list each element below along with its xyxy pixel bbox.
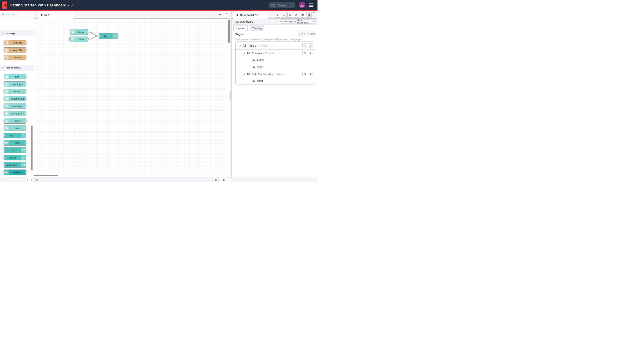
- book-icon: [282, 14, 285, 16]
- sidebar-menu-caret[interactable]: [313, 14, 315, 17]
- tree-row-widget-slider[interactable]: slider: [236, 64, 315, 70]
- output-port[interactable]: [25, 149, 27, 151]
- add-flow-button[interactable]: +: [218, 12, 223, 17]
- palette-canvas-divider[interactable]: [34, 11, 34, 182]
- search-icon: [36, 179, 39, 181]
- sidebar-resize-handle[interactable]: [230, 11, 232, 182]
- user-avatar[interactable]: jp: [299, 2, 305, 8]
- wire-button-to-chart[interactable]: [88, 32, 99, 36]
- tab-flow-1[interactable]: Flow 1: [38, 11, 75, 18]
- chevron-down-icon[interactable]: [243, 52, 245, 54]
- deploy-options-caret[interactable]: [289, 2, 295, 8]
- palette-node-radio-group[interactable]: radio group: [4, 111, 26, 116]
- external-link-icon: [313, 20, 315, 22]
- tree-row-widget-chart[interactable]: chart: [236, 78, 315, 84]
- wire-slider-to-chart[interactable]: [88, 36, 99, 39]
- palette-category-storage[interactable]: storage: [0, 30, 34, 36]
- zoom-reset-button[interactable]: [222, 178, 226, 182]
- palette-node-slider[interactable]: slider: [4, 118, 26, 124]
- palette-collapse-all-button[interactable]: [25, 178, 30, 182]
- tab-theming[interactable]: Theming: [250, 26, 264, 31]
- output-port[interactable]: [25, 90, 27, 92]
- text-cursor-icon: [4, 82, 9, 87]
- zoom-in-button[interactable]: [226, 178, 230, 182]
- help-tab-button[interactable]: [281, 12, 287, 18]
- add-page-button[interactable]: + Page: [307, 32, 315, 36]
- collapse-all-button[interactable]: [298, 32, 302, 36]
- output-port[interactable]: [25, 42, 27, 44]
- palette-node-watch[interactable]: watch: [4, 55, 26, 60]
- palette-node-form[interactable]: form: [4, 74, 26, 79]
- palette-node-write-file[interactable]: write file: [4, 40, 26, 45]
- debug-tab-button[interactable]: [287, 12, 293, 18]
- output-port[interactable]: [25, 49, 27, 51]
- chevron-down-icon[interactable]: [243, 73, 245, 75]
- lock-button[interactable]: [308, 51, 313, 55]
- palette-node-table[interactable]: table: [4, 140, 26, 146]
- output-port[interactable]: [25, 105, 27, 107]
- output-port[interactable]: [25, 120, 27, 122]
- palette-node-text-input[interactable]: text input: [4, 81, 26, 87]
- palette-node-dropdown[interactable]: dropdown: [4, 103, 26, 109]
- flow-list-button[interactable]: [225, 14, 227, 17]
- palette-node-button[interactable]: button: [4, 89, 26, 94]
- output-port[interactable]: [25, 171, 27, 173]
- flow-node-chart[interactable]: chart: [99, 33, 118, 39]
- expand-all-button[interactable]: [302, 32, 306, 36]
- palette-node-text[interactable]: A text: [4, 133, 26, 138]
- palette-node-gauge[interactable]: gauge: [4, 155, 26, 160]
- palette-category-dashboard-2[interactable]: dashboard 2: [0, 65, 34, 70]
- config-nodes-tab-button[interactable]: [294, 12, 299, 18]
- filter-nodes-input[interactable]: [5, 12, 30, 16]
- canvas-hscrollbar[interactable]: [34, 175, 58, 176]
- edit-settings-button[interactable]: Edit Settings: [280, 20, 296, 24]
- minimap-toggle-button[interactable]: [214, 178, 218, 182]
- context-data-tab-button[interactable]: [300, 12, 305, 18]
- main-menu-button[interactable]: [309, 4, 313, 7]
- gutter-thumb[interactable]: [230, 91, 231, 100]
- visibility-button[interactable]: [302, 72, 307, 76]
- output-port[interactable]: [87, 38, 89, 40]
- tree-row-page-1[interactable]: Page 1 2 Groups: [236, 42, 315, 50]
- flow-node-slider[interactable]: slider: [70, 36, 88, 42]
- open-dashboard-button[interactable]: Open Dashboard: [297, 20, 315, 24]
- tree-row-group-controls[interactable]: Controls 2 Widgets: [236, 50, 315, 56]
- visibility-button[interactable]: [302, 51, 307, 55]
- palette-node-button-group[interactable]: button group: [4, 96, 26, 102]
- output-port[interactable]: [25, 76, 27, 78]
- palette-search[interactable]: [0, 11, 34, 18]
- tree-row-widget-button[interactable]: button: [236, 56, 315, 64]
- output-port[interactable]: [25, 127, 27, 129]
- output-port[interactable]: [117, 35, 119, 37]
- deploy-button[interactable]: Deploy: [269, 2, 295, 8]
- output-port[interactable]: [25, 98, 27, 100]
- flow-canvas[interactable]: button slider chart: [34, 18, 230, 177]
- output-port[interactable]: [25, 142, 27, 144]
- visibility-button[interactable]: [302, 43, 307, 48]
- canvas-search-button[interactable]: [35, 178, 39, 182]
- tab-layout[interactable]: Layout: [233, 26, 248, 31]
- tree-row-group-data-visualization[interactable]: Data Visualization 1 Widgets: [236, 70, 315, 78]
- zoom-out-button[interactable]: [218, 178, 222, 182]
- info-tab-button[interactable]: i: [275, 12, 280, 18]
- lock-button[interactable]: [308, 43, 313, 48]
- output-port[interactable]: [25, 83, 27, 85]
- flow-node-button[interactable]: button: [70, 29, 88, 35]
- output-port[interactable]: [87, 31, 89, 33]
- palette-scrollbar[interactable]: [32, 126, 33, 170]
- output-port[interactable]: [25, 112, 27, 114]
- dashboard-tab-button[interactable]: [306, 12, 312, 18]
- lock-button[interactable]: [308, 72, 313, 76]
- palette-node-markdown[interactable]: markdown: [4, 170, 26, 175]
- palette-node-switch[interactable]: switch: [4, 125, 26, 131]
- canvas-vscrollbar[interactable]: [228, 20, 230, 43]
- gear-icon: [295, 14, 298, 16]
- tab-dashboard-2[interactable]: Dashboard 2.0: [233, 11, 268, 18]
- palette-node-read-file[interactable]: read file: [4, 48, 26, 53]
- output-port[interactable]: [25, 56, 27, 58]
- palette-expand-all-button[interactable]: [29, 178, 34, 182]
- chevron-down-icon[interactable]: [239, 44, 241, 46]
- palette-node-notification[interactable]: notification: [4, 162, 26, 168]
- category-label: storage: [7, 32, 15, 35]
- palette-node-chart[interactable]: chart: [4, 147, 26, 153]
